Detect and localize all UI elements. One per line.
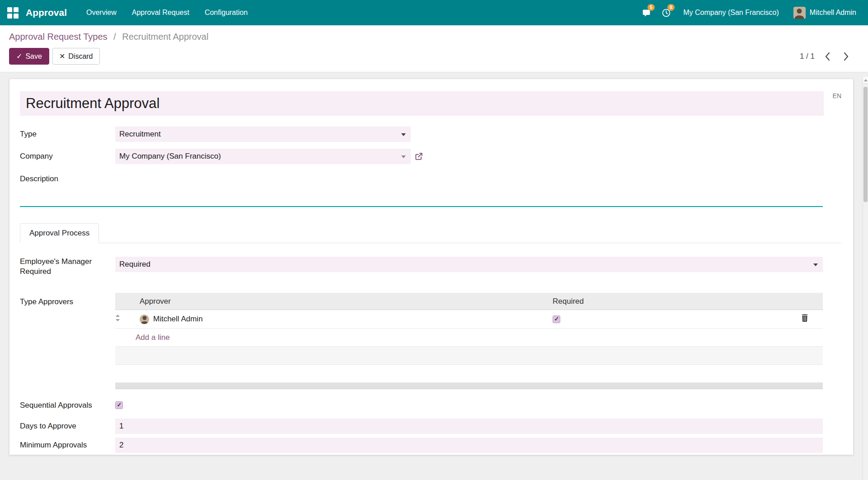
manager-field-row: Employee's Manager Required Required [20, 257, 823, 276]
minimum-approvals-label: Minimum Approvals [20, 440, 115, 450]
empty-row [115, 347, 823, 365]
trash-icon[interactable] [801, 314, 808, 322]
pager: 1 / 1 [800, 50, 853, 63]
systray: 5 8 My Company (San Francisco) Mitchell … [636, 0, 863, 25]
sequential-approvals-label: Sequential Approvals [20, 400, 115, 410]
chevron-down-icon [813, 264, 818, 266]
apps-menu-icon[interactable] [7, 7, 19, 19]
app-menu: Overview Approval Request Configuration [79, 0, 255, 25]
approver-column-header[interactable]: Approver [135, 293, 548, 310]
handle-column-header [115, 293, 135, 310]
save-button[interactable]: ✓ Save [9, 48, 49, 65]
breadcrumb-parent-link[interactable]: Approval Request Types [9, 32, 108, 42]
content-area: Recruitment Approval EN Type Recruitment… [0, 72, 868, 475]
scrollbar-thumb[interactable] [863, 87, 868, 202]
approvers-list: Approver Required [115, 293, 823, 390]
messages-badge: 5 [647, 4, 655, 11]
add-line-row: Add a line [115, 329, 823, 347]
scrollbar[interactable] [863, 77, 868, 480]
required-column-header[interactable]: Required [548, 293, 801, 310]
company-select[interactable]: My Company (San Francisco) [115, 149, 411, 164]
sequential-field-row: Sequential Approvals [20, 400, 823, 410]
days-to-approve-input[interactable]: 1 [115, 419, 823, 434]
chevron-down-icon [401, 155, 406, 158]
approvers-header-row: Approver Required [115, 293, 823, 310]
add-a-line-link[interactable]: Add a line [136, 333, 170, 342]
breadcrumb-separator: / [113, 32, 116, 42]
record-buttons: ✓ Save ✕ Discard [9, 48, 100, 65]
pager-next-button[interactable] [840, 50, 853, 63]
required-checkbox[interactable] [553, 315, 560, 323]
chevron-left-icon [825, 52, 830, 61]
approver-avatar [140, 315, 149, 324]
type-select[interactable]: Recruitment [115, 127, 411, 142]
description-field-row: Description [20, 174, 823, 184]
control-panel-buttons-row: ✓ Save ✕ Discard 1 / 1 [9, 48, 859, 65]
close-icon: ✕ [59, 52, 65, 61]
activities-menu[interactable]: 8 [656, 0, 676, 25]
type-approvers-label: Type Approvers [20, 293, 115, 306]
pager-value[interactable]: 1 / 1 [800, 52, 815, 61]
drag-handle-icon[interactable] [115, 315, 120, 321]
scroll-up-arrow[interactable] [863, 77, 868, 84]
activities-badge: 8 [667, 4, 675, 11]
company-name: My Company (San Francisco) [683, 9, 779, 17]
manager-required-value: Required [119, 260, 150, 269]
days-field-row: Days to Approve 1 [20, 419, 823, 434]
approvers-field-row: Type Approvers Approver Required [20, 293, 823, 390]
description-textarea[interactable] [20, 186, 823, 207]
company-switcher[interactable]: My Company (San Francisco) [676, 0, 786, 25]
empty-row [115, 365, 823, 383]
user-avatar [793, 7, 806, 19]
notebook-tabs: Approval Process [20, 223, 841, 243]
form-body-tab: Employee's Manager Required Required Typ… [20, 257, 841, 452]
menu-overview[interactable]: Overview [79, 0, 124, 25]
breadcrumb: Approval Request Types / Recruitment App… [9, 32, 859, 42]
form-body-top: Type Recruitment Company My Company (San… [20, 127, 841, 207]
tab-approval-process[interactable]: Approval Process [20, 223, 99, 243]
translation-badge[interactable]: EN [833, 92, 841, 99]
top-navbar: Approval Overview Approval Request Confi… [0, 0, 868, 25]
sequential-approvals-checkbox[interactable] [115, 401, 123, 409]
days-to-approve-label: Days to Approve [20, 421, 115, 431]
chevron-down-icon [401, 133, 406, 136]
delete-column-header [801, 293, 823, 310]
breadcrumb-current: Recruitment Approval [122, 32, 208, 42]
menu-configuration[interactable]: Configuration [197, 0, 255, 25]
discard-button[interactable]: ✕ Discard [52, 48, 100, 65]
record-title-input[interactable]: Recruitment Approval [20, 91, 824, 116]
approver-row[interactable]: Mitchell Admin [115, 310, 823, 329]
check-icon: ✓ [16, 52, 22, 61]
minimum-field-row: Minimum Approvals 2 [20, 438, 823, 453]
manager-required-label: Employee's Manager Required [20, 257, 115, 276]
type-field-row: Type Recruitment [20, 127, 823, 142]
user-name: Mitchell Admin [810, 9, 856, 17]
messages-menu[interactable]: 5 [636, 0, 656, 25]
company-label: Company [20, 151, 115, 161]
table-footer [115, 383, 823, 389]
control-panel: Approval Request Types / Recruitment App… [0, 25, 868, 72]
chevron-right-icon [844, 52, 849, 61]
title-row: Recruitment Approval EN [20, 91, 841, 116]
discard-label: Discard [68, 52, 93, 61]
company-field-row: Company My Company (San Francisco) [20, 149, 823, 164]
app-name[interactable]: Approval [26, 7, 67, 18]
company-value: My Company (San Francisco) [119, 152, 221, 161]
external-link-icon [414, 152, 423, 161]
external-link-button[interactable] [414, 152, 423, 161]
approver-name: Mitchell Admin [153, 315, 203, 324]
type-label: Type [20, 129, 115, 139]
minimum-approvals-input[interactable]: 2 [115, 438, 823, 453]
type-value: Recruitment [119, 130, 161, 139]
manager-required-select[interactable]: Required [115, 257, 823, 272]
description-label: Description [20, 174, 115, 184]
save-label: Save [25, 52, 42, 61]
menu-approval-request[interactable]: Approval Request [124, 0, 197, 25]
form-sheet: Recruitment Approval EN Type Recruitment… [9, 79, 854, 455]
pager-previous-button[interactable] [821, 50, 834, 63]
approver-cell: Mitchell Admin [140, 310, 544, 328]
approvers-table: Approver Required [115, 293, 823, 383]
user-menu[interactable]: Mitchell Admin [786, 0, 863, 25]
